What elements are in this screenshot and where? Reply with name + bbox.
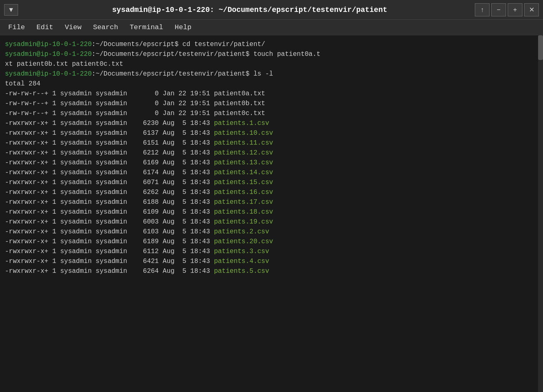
menu-view[interactable]: View <box>60 22 87 33</box>
list-item: -rwxrwxr-x+ 1 sysadmin sysadmin 6421 Aug… <box>5 256 538 266</box>
title-bar: ▼ sysadmin@ip-10-0-1-220: ~/Documents/ep… <box>0 0 543 20</box>
terminal-body[interactable]: sysadmin@ip-10-0-1-220:~/Documents/epscr… <box>0 35 543 392</box>
list-item: -rwxrwxr-x+ 1 sysadmin sysadmin 6169 Aug… <box>5 158 538 168</box>
scrollbar-track[interactable] <box>538 35 543 392</box>
list-item: -rwxrwxr-x+ 1 sysadmin sysadmin 6151 Aug… <box>5 138 538 148</box>
list-item: -rwxrwxr-x+ 1 sysadmin sysadmin 6230 Aug… <box>5 118 538 128</box>
list-item: -rwxrwxr-x+ 1 sysadmin sysadmin 6103 Aug… <box>5 227 538 237</box>
minimize-button[interactable]: − <box>491 3 506 16</box>
menu-terminal[interactable]: Terminal <box>125 22 168 33</box>
window-controls: ↑ − + ✕ <box>475 3 539 16</box>
list-item: -rwxrwxr-x+ 1 sysadmin sysadmin 6109 Aug… <box>5 207 538 217</box>
list-item: -rw-rw-r--+ 1 sysadmin sysadmin 0 Jan 22… <box>5 89 538 99</box>
list-item: -rw-rw-r--+ 1 sysadmin sysadmin 0 Jan 22… <box>5 108 538 118</box>
list-item: -rwxrwxr-x+ 1 sysadmin sysadmin 6137 Aug… <box>5 128 538 138</box>
close-button[interactable]: ✕ <box>524 3 539 16</box>
terminal-line-1: sysadmin@ip-10-0-1-220:~/Documents/epscr… <box>5 39 538 49</box>
list-item: -rwxrwxr-x+ 1 sysadmin sysadmin 6188 Aug… <box>5 197 538 207</box>
terminal-total: total 284 <box>5 79 538 89</box>
scrollbar-thumb[interactable] <box>538 35 543 60</box>
menu-search[interactable]: Search <box>88 22 123 33</box>
list-item: -rwxrwxr-x+ 1 sysadmin sysadmin 6264 Aug… <box>5 266 538 276</box>
menu-edit[interactable]: Edit <box>32 22 58 33</box>
list-item: -rwxrwxr-x+ 1 sysadmin sysadmin 6212 Aug… <box>5 148 538 158</box>
menu-help[interactable]: Help <box>170 22 196 33</box>
menu-bar: File Edit View Search Terminal Help <box>0 20 543 35</box>
terminal-line-2: sysadmin@ip-10-0-1-220:~/Documents/epscr… <box>5 49 538 59</box>
list-item: -rwxrwxr-x+ 1 sysadmin sysadmin 6189 Aug… <box>5 237 538 247</box>
list-item: -rwxrwxr-x+ 1 sysadmin sysadmin 6003 Aug… <box>5 217 538 227</box>
list-item: -rwxrwxr-x+ 1 sysadmin sysadmin 6262 Aug… <box>5 187 538 197</box>
maximize-button[interactable]: + <box>508 3 522 16</box>
scroll-up-button[interactable]: ↑ <box>475 3 490 16</box>
terminal-line-2b: xt patient0b.txt patient0c.txt <box>5 59 538 69</box>
list-item: -rw-rw-r--+ 1 sysadmin sysadmin 0 Jan 22… <box>5 99 538 108</box>
dropdown-button[interactable]: ▼ <box>4 4 18 16</box>
menu-file[interactable]: File <box>3 22 30 33</box>
list-item: -rwxrwxr-x+ 1 sysadmin sysadmin 6071 Aug… <box>5 178 538 187</box>
terminal-window: ▼ sysadmin@ip-10-0-1-220: ~/Documents/ep… <box>0 0 543 392</box>
terminal-line-3: sysadmin@ip-10-0-1-220:~/Documents/epscr… <box>5 69 538 79</box>
list-item: -rwxrwxr-x+ 1 sysadmin sysadmin 6174 Aug… <box>5 168 538 178</box>
list-item: -rwxrwxr-x+ 1 sysadmin sysadmin 6112 Aug… <box>5 247 538 256</box>
window-title: sysadmin@ip-10-0-1-220: ~/Documents/epsc… <box>25 6 475 14</box>
